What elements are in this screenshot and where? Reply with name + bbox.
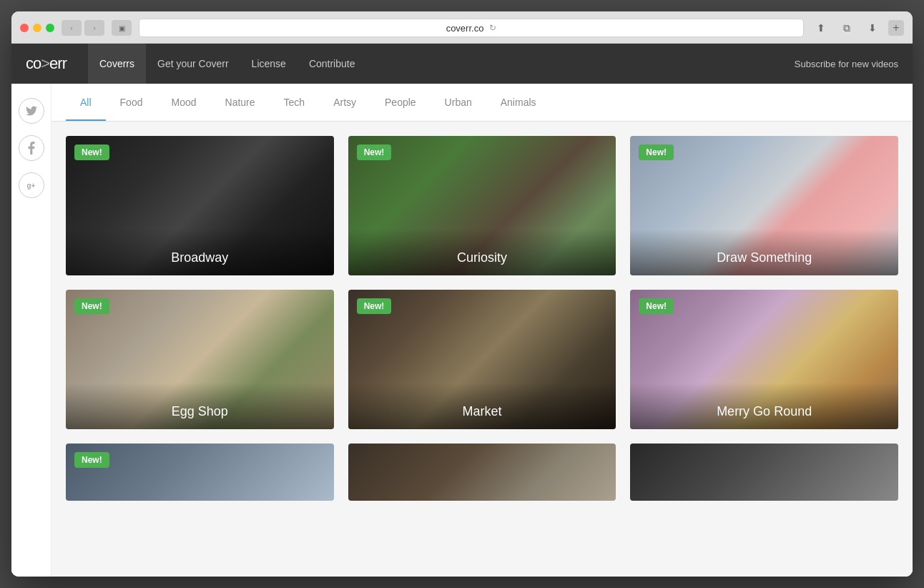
- video-card-egg-shop[interactable]: New! Egg Shop: [66, 290, 334, 429]
- tab-nature[interactable]: Nature: [211, 84, 270, 121]
- browser-chrome: ‹ › ▣ coverr.co ↻ ⬆ ⧉ ⬇ +: [11, 11, 913, 44]
- video-card-market[interactable]: New! Market: [348, 290, 616, 429]
- refresh-icon[interactable]: ↻: [489, 23, 496, 33]
- new-badge-draw: New!: [639, 144, 674, 160]
- back-button[interactable]: ‹: [62, 20, 82, 36]
- nav-license[interactable]: License: [240, 44, 298, 84]
- tab-animals[interactable]: Animals: [486, 84, 551, 121]
- video-card-broadway[interactable]: New! Broadway: [66, 136, 334, 275]
- address-bar[interactable]: coverr.co ↻: [139, 19, 804, 37]
- site-logo[interactable]: co>err: [26, 54, 67, 73]
- main-area: g+ All Food Mood Nature Tech Artsy Peopl…: [11, 84, 913, 577]
- new-badge-curiosity: New!: [357, 144, 392, 160]
- subscribe-cta[interactable]: Subscribe for new videos: [795, 59, 898, 69]
- nav-coverrs[interactable]: Coverrs: [88, 44, 146, 84]
- new-badge-merry: New!: [639, 298, 674, 314]
- traffic-lights: [20, 24, 54, 32]
- maximize-button[interactable]: [46, 24, 54, 32]
- new-badge-eggshop: New!: [74, 298, 109, 314]
- video-title-merry-go-round: Merry Go Round: [630, 383, 898, 429]
- browser-window: ‹ › ▣ coverr.co ↻ ⬆ ⧉ ⬇ + co>err Coverrs…: [11, 11, 913, 577]
- tab-view-button[interactable]: ▣: [112, 20, 132, 36]
- video-card-row3-1[interactable]: New!: [66, 444, 334, 501]
- tab-food[interactable]: Food: [106, 84, 157, 121]
- nav-contribute[interactable]: Contribute: [298, 44, 367, 84]
- content-area: All Food Mood Nature Tech Artsy People U…: [51, 84, 913, 577]
- social-sidebar: g+: [11, 84, 51, 577]
- video-grid: New! Broadway New! Curiosity New! Draw S…: [51, 122, 913, 515]
- forward-button[interactable]: ›: [84, 20, 104, 36]
- site-content: co>err Coverrs Get your Coverr License C…: [11, 44, 913, 577]
- nav-buttons: ‹ ›: [62, 20, 104, 36]
- video-row-1: New! Broadway New! Curiosity New! Draw S…: [66, 136, 898, 275]
- nav-get-coverr[interactable]: Get your Coverr: [146, 44, 240, 84]
- video-title-market: Market: [348, 383, 616, 429]
- video-row-3: New!: [66, 444, 898, 501]
- tab-mood[interactable]: Mood: [157, 84, 210, 121]
- tab-tech[interactable]: Tech: [270, 84, 320, 121]
- tab-all[interactable]: All: [66, 84, 106, 121]
- duplicate-icon[interactable]: ⧉: [837, 20, 857, 36]
- tab-people[interactable]: People: [370, 84, 431, 121]
- add-tab-button[interactable]: +: [888, 20, 904, 36]
- video-title-egg-shop: Egg Shop: [66, 383, 334, 429]
- facebook-button[interactable]: [19, 135, 44, 161]
- video-card-draw-something[interactable]: New! Draw Something: [630, 136, 898, 275]
- new-badge-market: New!: [357, 298, 392, 314]
- minimize-button[interactable]: [33, 24, 41, 32]
- tab-urban[interactable]: Urban: [431, 84, 486, 121]
- top-nav: co>err Coverrs Get your Coverr License C…: [11, 44, 913, 84]
- video-row-2: New! Egg Shop New! Market New! Merry Go …: [66, 290, 898, 429]
- new-badge-row3-1: New!: [74, 452, 109, 468]
- video-card-merry-go-round[interactable]: New! Merry Go Round: [630, 290, 898, 429]
- tab-artsy[interactable]: Artsy: [319, 84, 370, 121]
- close-button[interactable]: [20, 24, 29, 32]
- download-icon[interactable]: ⬇: [862, 20, 883, 36]
- url-text: coverr.co: [446, 23, 484, 34]
- category-tabs: All Food Mood Nature Tech Artsy People U…: [51, 84, 913, 122]
- video-title-broadway: Broadway: [66, 229, 334, 275]
- video-card-curiosity[interactable]: New! Curiosity: [348, 136, 616, 275]
- share-icon[interactable]: ⬆: [811, 20, 831, 36]
- video-title-draw-something: Draw Something: [630, 229, 898, 275]
- new-badge-broadway: New!: [74, 144, 109, 160]
- video-card-row3-3[interactable]: [630, 444, 898, 501]
- google-plus-button[interactable]: g+: [19, 172, 44, 198]
- nav-links: Coverrs Get your Coverr License Contribu…: [88, 44, 795, 84]
- video-card-row3-2[interactable]: [348, 444, 616, 501]
- video-title-curiosity: Curiosity: [348, 229, 616, 275]
- browser-actions: ⬆ ⧉ ⬇ +: [811, 20, 904, 36]
- twitter-button[interactable]: [19, 98, 44, 124]
